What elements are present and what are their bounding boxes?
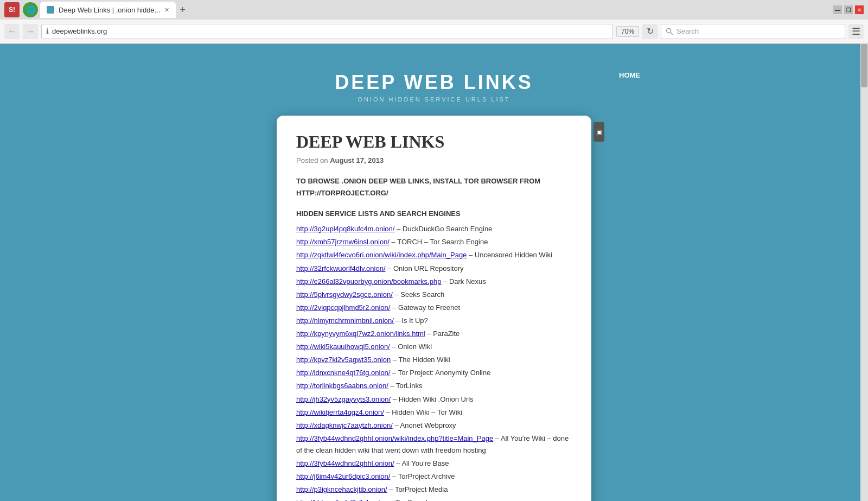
link-url[interactable]: http://kpvz7ki2v5agwt35.onion — [296, 356, 391, 364]
link-url[interactable]: http://3fyb44wdhnd2ghhl.onion/wiki/index… — [296, 434, 493, 442]
link-url[interactable]: http://jh32yv5zgayyyts3.onion/ — [296, 395, 391, 403]
section1-header: HIDDEN SERVICE LISTS AND SEARCH ENGINES — [296, 208, 572, 220]
link-url[interactable]: http://xmh57jrzrnw6insl.onion/ — [296, 238, 390, 246]
nav-home-link[interactable]: HOME — [619, 71, 640, 79]
list-item: http://torlinkbgs6aabns.onion/ – TorLink… — [296, 380, 572, 392]
list-item: http://3fyb44wdhnd2ghhl.onion/ – All You… — [296, 458, 572, 470]
close-button[interactable]: ✕ — [855, 5, 864, 14]
link-url[interactable]: http://xdagknwjc7aaytzh.onion/ — [296, 421, 393, 429]
list-item: http://5plvrsgydwy2sgce.onion/ – Seeks S… — [296, 289, 572, 301]
article-title: DEEP WEB LINKS — [296, 132, 572, 152]
link-desc: – Hidden Wiki – Tor Wiki — [384, 408, 462, 416]
tab-title: Deep Web Links | .onion hidde... — [59, 6, 160, 14]
article-body: TO BROWSE .ONION DEEP WEB LINKS, INSTALL… — [296, 175, 572, 501]
link-url[interactable]: http://kbhpodhnfxl3clb4.onion — [296, 498, 388, 501]
article-card-wrapper: DEEP WEB LINKS Posted on August 17, 2013… — [277, 116, 591, 501]
links-list: http://3g2upl4pq8kufc4m.onion/ – DuckDuc… — [296, 223, 572, 501]
svg-line-1 — [671, 32, 673, 35]
list-item: http://wikitjerrta4qgz4.onion/ – Hidden … — [296, 407, 572, 418]
site-header-wrapper: DEEP WEB LINKS ONION HIDDEN SERVICE URLS… — [0, 60, 868, 103]
extensions-button[interactable]: 🌐 — [23, 2, 38, 17]
link-url[interactable]: http://j6im4v42ur6dpic3.onion/ — [296, 472, 390, 480]
minimize-button[interactable]: — — [833, 5, 842, 14]
window-controls: — ❐ ✕ — [833, 5, 864, 14]
link-desc: – Uncensored Hidden Wiki — [467, 251, 552, 259]
menu-button[interactable]: ☰ — [848, 24, 864, 39]
search-box[interactable]: Search — [661, 24, 845, 39]
link-url[interactable]: http://nlmymchrmnlmbnii.onion/ — [296, 316, 394, 325]
list-item: http://kpvz7ki2v5agwt35.onion – The Hidd… — [296, 354, 572, 366]
list-item: http://32rfckwuorlf4dlv.onion/ – Onion U… — [296, 263, 572, 275]
list-item: http://e266al32vpuorbyg.onion/bookmarks.… — [296, 276, 572, 288]
page-scrollbar[interactable] — [860, 43, 868, 501]
link-desc: – Tor Project: Anonymity Online — [390, 369, 490, 377]
link-desc: – Dark Nexus — [441, 277, 486, 286]
new-tab-button[interactable]: + — [176, 4, 190, 16]
back-button[interactable]: ← — [4, 24, 20, 39]
forward-button[interactable]: → — [23, 24, 38, 39]
page-content: DEEP WEB LINKS ONION HIDDEN SERVICE URLS… — [0, 44, 868, 501]
site-header: DEEP WEB LINKS ONION HIDDEN SERVICE URLS… — [335, 71, 533, 103]
list-item: http://3fyb44wdhnd2ghhl.onion/wiki/index… — [296, 433, 572, 456]
link-url[interactable]: http://zqktlwi4fecvo6ri.onion/wiki/index… — [296, 251, 467, 259]
link-url[interactable]: http://e266al32vpuorbyg.onion/bookmarks.… — [296, 277, 441, 286]
link-url[interactable]: http://wiki5kauuihowqi5.onion/ — [296, 343, 390, 351]
list-item: http://jh32yv5zgayyyts3.onion/ – Hidden … — [296, 394, 572, 405]
zoom-level: 70% — [616, 26, 639, 37]
tab-close-button[interactable]: × — [164, 5, 169, 14]
link-desc: – TorProject Archive — [390, 472, 455, 480]
list-item: http://xmh57jrzrnw6insl.onion/ – TORCH –… — [296, 236, 572, 248]
link-desc: – ParaZite — [425, 329, 460, 338]
site-title: DEEP WEB LINKS — [335, 71, 533, 94]
meta-label: Posted on — [296, 156, 330, 164]
navigation-bar: ← → ℹ deepweblinks.org 70% ↻ Search ☰ — [0, 20, 868, 43]
browser-chrome: S! 🌐 Deep Web Links | .onion hidde... × … — [0, 0, 868, 44]
link-url[interactable]: http://wikitjerrta4qgz4.onion/ — [296, 408, 384, 416]
browser-logo: S! — [4, 2, 20, 17]
link-desc: – TorLinks — [388, 382, 423, 390]
link-url[interactable]: http://32rfckwuorlf4dlv.onion/ — [296, 264, 386, 272]
link-desc: – The Hidden Wiki — [391, 356, 450, 364]
link-url[interactable]: http://2vlqpcqpjlhmd5r2.onion/ — [296, 303, 390, 312]
list-item: http://3g2upl4pq8kufc4m.onion/ – DuckDuc… — [296, 223, 572, 235]
list-item: http://nlmymchrmnlmbnii.onion/ – Is It U… — [296, 315, 572, 327]
scroll-icon: ▣ — [596, 128, 602, 136]
link-desc: – Tor Search — [388, 498, 430, 501]
link-desc: – Gateway to Freenet — [390, 303, 460, 312]
scrollbar-thumb[interactable] — [861, 44, 867, 87]
maximize-button[interactable]: ❐ — [844, 5, 853, 14]
scroll-indicator: ▣ — [593, 122, 604, 142]
article-meta: Posted on August 17, 2013 — [296, 156, 572, 164]
list-item: http://idnxcnkne4qt76tg.onion/ – Tor Pro… — [296, 367, 572, 379]
list-item: http://2vlqpcqpjlhmd5r2.onion/ – Gateway… — [296, 302, 572, 314]
refresh-button[interactable]: ↻ — [642, 24, 658, 39]
link-url[interactable]: http://3g2upl4pq8kufc4m.onion/ — [296, 225, 394, 233]
link-desc: – TORCH – Tor Search Engine — [390, 238, 488, 246]
link-url[interactable]: http://p3igkncehackjtib.onion/ — [296, 485, 387, 493]
search-icon — [666, 28, 673, 35]
meta-date: August 17, 2013 — [330, 156, 384, 164]
link-desc: – Onion URL Repository — [386, 264, 464, 272]
search-placeholder: Search — [676, 27, 699, 35]
link-url[interactable]: http://torlinkbgs6aabns.onion/ — [296, 382, 388, 390]
svg-point-0 — [667, 28, 671, 33]
list-item: http://wiki5kauuihowqi5.onion/ – Onion W… — [296, 341, 572, 353]
list-item: http://kbhpodhnfxl3clb4.onion – Tor Sear… — [296, 497, 572, 501]
link-url[interactable]: http://3fyb44wdhnd2ghhl.onion/ — [296, 459, 394, 467]
active-tab[interactable]: Deep Web Links | .onion hidde... × — [40, 2, 176, 18]
link-desc: – DuckDuckGo Search Engine — [394, 225, 492, 233]
list-item: http://kpynyvym6xqi7wz2.onion/links.html… — [296, 328, 572, 340]
address-bar[interactable]: ℹ deepweblinks.org — [41, 24, 613, 39]
url-text: deepweblinks.org — [52, 27, 608, 35]
link-desc: – Anonet Webproxy — [393, 421, 456, 429]
link-desc: – Hidden Wiki .Onion Urls — [391, 395, 473, 403]
link-desc: – Is It Up? — [394, 316, 428, 325]
list-item: http://p3igkncehackjtib.onion/ – TorProj… — [296, 484, 572, 496]
title-bar: S! 🌐 Deep Web Links | .onion hidde... × … — [0, 0, 868, 20]
link-url[interactable]: http://kpynyvym6xqi7wz2.onion/links.html — [296, 329, 425, 338]
link-url[interactable]: http://5plvrsgydwy2sgce.onion/ — [296, 290, 393, 299]
info-icon: ℹ — [46, 27, 49, 35]
link-url[interactable]: http://idnxcnkne4qt76tg.onion/ — [296, 369, 390, 377]
site-subtitle: ONION HIDDEN SERVICE URLS LIST — [335, 96, 533, 103]
article-card: DEEP WEB LINKS Posted on August 17, 2013… — [277, 116, 591, 501]
